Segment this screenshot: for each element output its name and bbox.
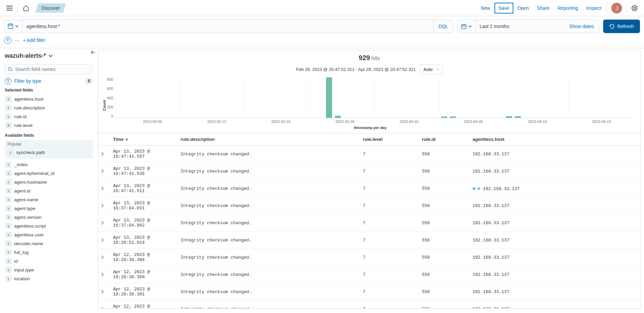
- expand-row-button[interactable]: [98, 197, 110, 214]
- show-dates-button[interactable]: Show dates: [565, 24, 599, 29]
- filter-by-type-button[interactable]: Filter by type: [5, 78, 41, 84]
- field-item[interactable]: trule.id: [5, 112, 93, 121]
- histogram-bar[interactable]: [450, 116, 456, 118]
- saved-query-button[interactable]: [4, 20, 22, 33]
- query-group: DQL: [4, 20, 453, 33]
- field-item[interactable]: t_index: [5, 160, 93, 169]
- field-name: syscheck.path: [16, 150, 45, 155]
- filter-options-button[interactable]: [4, 36, 11, 44]
- plot-area[interactable]: [115, 78, 634, 118]
- text-type-icon: t: [5, 170, 11, 176]
- interval-select[interactable]: Auto: [420, 64, 442, 74]
- field-item[interactable]: tagentless.user: [5, 230, 93, 239]
- field-item[interactable]: tagent.id: [5, 186, 93, 195]
- breadcrumb[interactable]: Discover: [35, 3, 66, 13]
- field-item[interactable]: trule.description: [5, 103, 93, 112]
- cell-time: Apr 13, 2023 @ 16:26:51.014: [110, 232, 178, 249]
- text-type-icon: t: [7, 149, 14, 155]
- cell-time: Apr 12, 2023 @ 18:20:38.381: [110, 283, 178, 301]
- field-item[interactable]: tinput.type: [5, 265, 93, 274]
- menu-toggle-button[interactable]: [3, 1, 16, 15]
- chevron-right-icon: [101, 169, 104, 173]
- expand-row-button[interactable]: [98, 249, 110, 266]
- search-icon: [8, 67, 12, 72]
- cell-host: 192.168.33.137: [470, 163, 640, 180]
- inspect-button[interactable]: Inspect: [582, 3, 606, 14]
- field-item[interactable]: tagent.version: [5, 213, 93, 221]
- chevron-right-icon: [101, 238, 104, 242]
- histogram-chart[interactable]: Count 8006004002000 2023-03-052023-03-12…: [98, 78, 640, 133]
- histogram-bar[interactable]: [335, 116, 341, 118]
- index-pattern-selector[interactable]: wazuh-alerts-*: [5, 52, 93, 59]
- column-header-id[interactable]: rule.id: [419, 133, 470, 146]
- field-name: agentless.host: [14, 97, 44, 102]
- column-header-description[interactable]: rule.description: [178, 133, 360, 146]
- field-name: id: [14, 259, 18, 264]
- table-row: Apr 12, 2023 @ 18:20:38.388Integrity che…: [98, 266, 640, 283]
- hits-header: 929hits: [98, 51, 640, 63]
- collapse-sidebar-button[interactable]: [90, 50, 96, 54]
- expand-row-button[interactable]: [98, 163, 110, 180]
- user-avatar[interactable]: J: [611, 3, 622, 14]
- search-input[interactable]: [22, 24, 433, 29]
- expand-row-button[interactable]: [98, 232, 110, 249]
- date-range-text[interactable]: Last 2 months: [476, 24, 565, 29]
- field-item[interactable]: tsyscheck.path: [7, 148, 91, 157]
- cell-id: 550: [419, 146, 470, 163]
- filter-out-button[interactable]: ⊖: [477, 186, 480, 191]
- field-search[interactable]: [5, 64, 93, 74]
- field-item[interactable]: tid: [5, 257, 93, 265]
- field-name: agent.type: [14, 206, 35, 211]
- share-button[interactable]: Share: [533, 3, 554, 14]
- open-button[interactable]: Open: [513, 3, 533, 14]
- field-item[interactable]: tagent.ephemeral_id: [5, 169, 93, 178]
- expand-row-button[interactable]: [98, 301, 110, 309]
- field-item[interactable]: tagent.name: [5, 195, 93, 204]
- cell-id: 550: [419, 301, 470, 309]
- table-row: Apr 13, 2023 @ 16:37:04.031Integrity che…: [98, 197, 640, 214]
- query-bar: DQL Last 2 months Show dates Refresh: [0, 16, 644, 36]
- table-row: Apr 12, 2023 @ 18:20:38.394Integrity che…: [98, 249, 640, 266]
- fields-sidebar: wazuh-alerts-* Filter by type 0 Selected…: [0, 48, 98, 311]
- field-item[interactable]: tagent.type: [5, 204, 93, 213]
- histogram-bar[interactable]: [515, 116, 521, 118]
- expand-row-button[interactable]: [98, 283, 110, 301]
- expand-row-button[interactable]: [98, 146, 110, 163]
- new-button[interactable]: New: [477, 3, 494, 14]
- field-item[interactable]: tfull_log: [5, 248, 93, 257]
- field-item[interactable]: tagentless.host: [5, 95, 93, 103]
- histogram-bar[interactable]: [506, 116, 512, 118]
- expand-row-button[interactable]: [98, 214, 110, 232]
- field-item[interactable]: tagent.hostname: [5, 178, 93, 186]
- cell-desc: Integrity checksum changed.: [178, 301, 360, 309]
- reporting-button[interactable]: Reporting: [554, 3, 582, 14]
- hamburger-icon: [6, 6, 12, 10]
- column-header-time[interactable]: Time ▼: [110, 133, 178, 146]
- expand-row-button[interactable]: [98, 266, 110, 283]
- chevron-down-icon: [49, 55, 53, 57]
- field-item[interactable]: tlocation: [5, 274, 93, 283]
- field-item[interactable]: tagentless.script: [5, 221, 93, 230]
- filter-for-button[interactable]: ⊕: [473, 186, 475, 191]
- chevron-right-icon: [101, 186, 104, 190]
- column-header-level[interactable]: rule.level: [360, 133, 419, 146]
- home-button[interactable]: [19, 1, 33, 15]
- field-search-input[interactable]: [15, 67, 90, 72]
- histogram-bar[interactable]: [441, 116, 447, 118]
- calendar-icon: [461, 24, 466, 29]
- text-type-icon: t: [5, 161, 11, 167]
- field-item[interactable]: #rule.level: [5, 121, 93, 130]
- help-button[interactable]: [628, 1, 641, 15]
- field-item[interactable]: tdecoder.name: [5, 239, 93, 248]
- column-header-host[interactable]: agentless.host: [470, 133, 640, 146]
- dql-button[interactable]: DQL: [433, 20, 453, 33]
- cell-host: 192.168.33.137: [470, 301, 640, 309]
- cell-desc: Integrity checksum changed.: [178, 249, 360, 266]
- expand-row-button[interactable]: [98, 180, 110, 197]
- histogram-bar[interactable]: [326, 77, 332, 118]
- add-filter-button[interactable]: + Add filter: [23, 37, 46, 43]
- refresh-button[interactable]: Refresh: [603, 20, 640, 33]
- date-picker-button[interactable]: [458, 20, 476, 33]
- chevron-right-icon: [101, 152, 104, 156]
- save-button[interactable]: Save: [494, 3, 513, 14]
